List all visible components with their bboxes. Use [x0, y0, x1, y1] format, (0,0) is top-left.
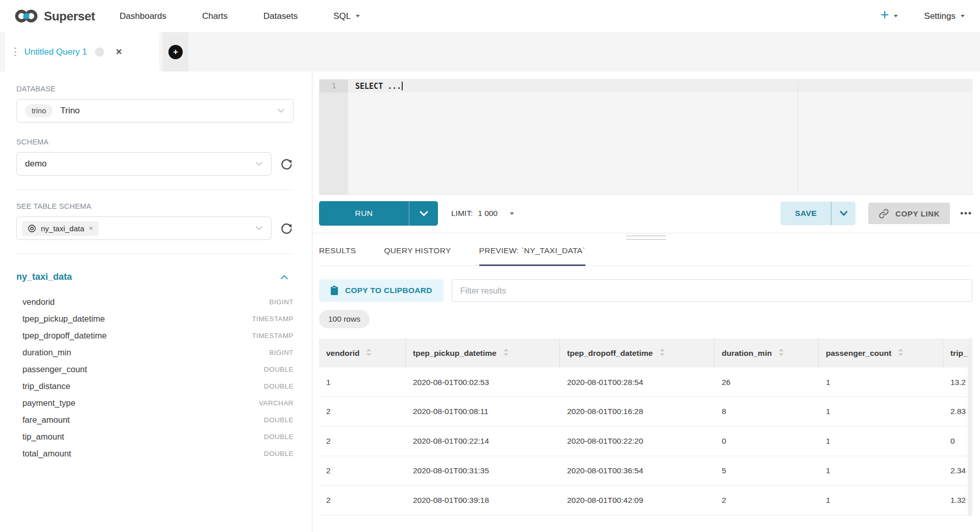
editor-code-area[interactable]: SELECT ...	[348, 80, 972, 195]
run-button[interactable]: RUN	[319, 201, 438, 226]
database-select[interactable]: trino Trino	[16, 99, 293, 123]
table-tag-name: ny_taxi_data	[41, 224, 84, 233]
column-item: tpep_pickup_datetime TIMESTAMP	[16, 310, 293, 327]
limit-dropdown[interactable]: LIMIT: 1 000	[451, 209, 514, 218]
sidebar-divider	[16, 189, 293, 190]
column-header-dropoff[interactable]: tpep_dropoff_datetime	[560, 338, 715, 368]
remove-table-icon[interactable]: ×	[89, 224, 93, 232]
print-margin-line	[798, 80, 798, 195]
sqllab-layout: DATABASE trino Trino SCHEMA demo	[0, 71, 980, 532]
editor-toolbar: RUN LIMIT: 1 000 SAVE	[312, 195, 980, 226]
eye-icon	[28, 224, 36, 233]
table-row[interactable]: 2 2020-08-01T00:08:11 2020-08-01T00:16:2…	[319, 397, 972, 427]
table-row[interactable]: 2 2020-08-01T00:22:14 2020-08-01T00:22:2…	[319, 427, 972, 456]
copy-link-button[interactable]: COPY LINK	[868, 203, 950, 224]
chevron-up-icon[interactable]	[280, 275, 288, 280]
chevron-down-icon	[255, 159, 263, 168]
new-item-dropdown[interactable]: +	[880, 10, 898, 22]
sort-icon[interactable]	[778, 348, 784, 358]
caret-down-icon	[894, 15, 898, 17]
close-tab-icon[interactable]: ✕	[115, 47, 122, 57]
nav-sql-dropdown[interactable]: SQL	[333, 11, 360, 21]
save-options-button[interactable]	[831, 202, 855, 225]
save-button[interactable]: SAVE	[780, 202, 855, 225]
navbar-right: + Settings	[880, 10, 965, 22]
tab-untitled-query[interactable]: Untitled Query 1 ✕	[5, 32, 159, 71]
sqllab-sidebar: DATABASE trino Trino SCHEMA demo	[0, 71, 312, 532]
preview-result-table: vendorid tpep_pickup_datetime tpep_dropo…	[319, 338, 972, 516]
table-schema-label: SEE TABLE SCHEMA	[16, 202, 293, 210]
query-status-dot	[95, 47, 104, 57]
selected-table-tag: ny_taxi_data ×	[22, 221, 99, 236]
column-header-duration[interactable]: duration_min	[715, 338, 819, 368]
chevron-down-icon	[277, 106, 285, 115]
sort-icon[interactable]	[366, 348, 372, 358]
more-actions-button[interactable]: •••	[960, 208, 972, 219]
pane-divider	[312, 233, 980, 241]
new-tab-area: +	[163, 32, 188, 71]
schema-value: demo	[25, 159, 47, 169]
run-options-button[interactable]	[409, 201, 438, 226]
table-columns-list: vendorid BIGINT tpep_pickup_datetime TIM…	[16, 294, 293, 462]
superset-logo[interactable]: Superset	[14, 8, 95, 24]
plus-icon: +	[880, 8, 889, 22]
table-row[interactable]: 2 2020-08-01T00:39:18 2020-08-01T00:42:0…	[319, 486, 972, 516]
table-body: 1 2020-08-01T00:02:53 2020-08-01T00:28:5…	[319, 368, 972, 516]
filter-results-input[interactable]	[452, 279, 972, 302]
preview-pane: COPY TO CLIPBOARD 100 rows vendorid tpep…	[312, 266, 980, 516]
schema-label: SCHEMA	[16, 138, 293, 146]
editor-gutter: 1	[320, 80, 348, 195]
refresh-schemas-icon[interactable]	[280, 157, 293, 171]
tab-preview-ny-taxi-data[interactable]: PREVIEW: `NY_TAXI_DATA`	[479, 246, 585, 266]
brand-name: Superset	[44, 9, 95, 23]
column-header-vendorid[interactable]: vendorid	[319, 338, 406, 368]
table-title: ny_taxi_data	[16, 272, 72, 282]
column-header-passenger-count[interactable]: passenger_count	[819, 338, 943, 368]
table-row[interactable]: 1 2020-08-01T00:02:53 2020-08-01T00:28:5…	[319, 368, 972, 397]
table-row[interactable]: 2 2020-08-01T00:31:35 2020-08-01T00:36:5…	[319, 456, 972, 486]
sort-icon[interactable]	[898, 348, 903, 358]
sort-icon[interactable]	[503, 348, 509, 358]
tab-title: Untitled Query 1	[24, 47, 87, 57]
schema-select[interactable]: demo	[16, 152, 272, 176]
link-icon	[878, 208, 889, 219]
column-item: duration_min BIGINT	[16, 344, 293, 361]
column-item: total_amount DOUBLE	[16, 445, 293, 462]
nav-datasets[interactable]: Datasets	[263, 11, 298, 21]
column-item: trip_distance DOUBLE	[16, 378, 293, 395]
column-item: vendorid BIGINT	[16, 294, 293, 310]
text-cursor	[402, 82, 403, 90]
chevron-down-icon	[255, 224, 263, 233]
table-header-row: vendorid tpep_pickup_datetime tpep_dropo…	[319, 338, 972, 368]
sql-editor[interactable]: 1 SELECT ...	[319, 79, 972, 195]
table-select[interactable]: ny_taxi_data ×	[16, 216, 272, 240]
limit-value: 1 000	[478, 209, 498, 218]
copy-to-clipboard-button[interactable]: COPY TO CLIPBOARD	[319, 279, 444, 302]
column-item: tpep_dropoff_datetime TIMESTAMP	[16, 327, 293, 344]
pane-drag-handle-icon[interactable]	[626, 235, 666, 243]
drag-handle-icon[interactable]	[14, 47, 16, 57]
superset-infinity-icon	[14, 8, 38, 24]
table-scrollbar[interactable]	[968, 338, 972, 516]
line-number: 1	[320, 80, 348, 92]
sql-rest: ...	[383, 82, 401, 91]
column-item: passenger_count DOUBLE	[16, 361, 293, 378]
database-label: DATABASE	[16, 85, 293, 93]
table-title-row[interactable]: ny_taxi_data	[16, 272, 293, 282]
sqllab-main: 1 SELECT ... RUN LIMIT: 1 000	[312, 71, 980, 532]
refresh-tables-icon[interactable]	[280, 222, 293, 235]
database-type-badge: trino	[25, 104, 53, 117]
nav-dashboards[interactable]: Dashboards	[119, 11, 166, 21]
sql-keyword: SELECT	[355, 82, 383, 91]
add-tab-button[interactable]: +	[168, 45, 183, 59]
tab-results[interactable]: RESULTS	[319, 246, 356, 265]
caret-down-icon	[961, 15, 965, 17]
sort-icon[interactable]	[659, 348, 665, 358]
database-name: Trino	[60, 106, 80, 116]
tab-query-history[interactable]: QUERY HISTORY	[384, 246, 451, 265]
top-navbar: Superset Dashboards Charts Datasets SQL …	[0, 0, 980, 32]
settings-dropdown[interactable]: Settings	[924, 11, 965, 21]
nav-charts[interactable]: Charts	[202, 11, 228, 21]
query-tabbar: Untitled Query 1 ✕ +	[0, 32, 980, 71]
column-header-pickup[interactable]: tpep_pickup_datetime	[406, 338, 560, 368]
